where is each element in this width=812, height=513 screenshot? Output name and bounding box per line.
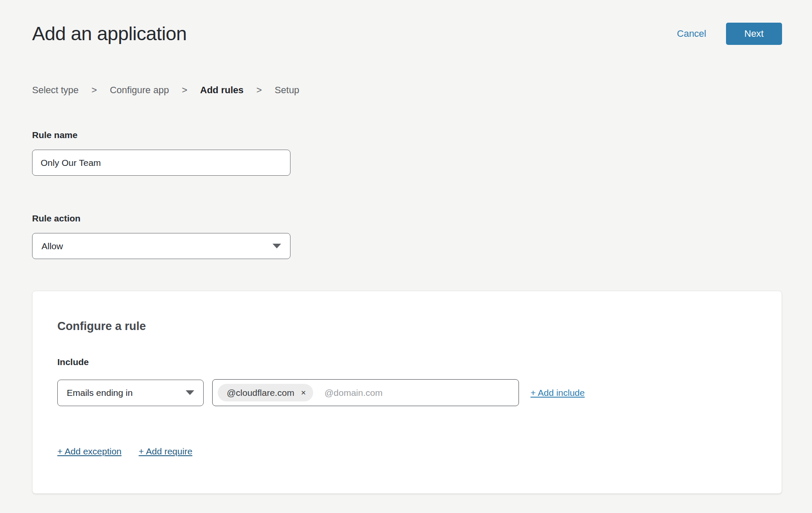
add-application-page: Add an application Cancel Next Select ty…: [0, 0, 812, 494]
page-title: Add an application: [32, 23, 187, 45]
breadcrumb-separator: >: [182, 85, 187, 96]
include-selector-select[interactable]: Emails ending in: [57, 380, 204, 406]
add-require-link[interactable]: + Add require: [139, 446, 193, 457]
header-actions: Cancel Next: [677, 23, 782, 45]
page-header: Add an application Cancel Next: [32, 23, 782, 45]
breadcrumb-step-select-type[interactable]: Select type: [32, 85, 79, 96]
rule-name-label: Rule name: [32, 130, 782, 140]
email-domain-tag-label: @cloudflare.com: [227, 388, 294, 398]
rule-action-selected-value: Allow: [41, 241, 63, 251]
configure-rule-card: Configure a rule Include Emails ending i…: [32, 291, 782, 494]
rule-action-label: Rule action: [32, 213, 782, 224]
breadcrumb-step-configure-app[interactable]: Configure app: [110, 85, 169, 96]
cancel-button[interactable]: Cancel: [677, 28, 706, 39]
email-domain-tag: @cloudflare.com ✕: [218, 384, 313, 401]
next-button[interactable]: Next: [726, 23, 782, 45]
add-include-link[interactable]: + Add include: [530, 388, 585, 398]
include-rule-row: Emails ending in @cloudflare.com ✕ + Add…: [57, 379, 756, 406]
card-title: Configure a rule: [57, 320, 756, 333]
rule-name-input[interactable]: [32, 150, 290, 176]
include-selector-value: Emails ending in: [67, 388, 133, 398]
chevron-down-icon: [186, 390, 194, 395]
breadcrumb: Select type > Configure app > Add rules …: [32, 85, 782, 96]
domain-entry-input[interactable]: [323, 387, 513, 398]
breadcrumb-separator: >: [92, 85, 97, 96]
rule-action-select[interactable]: Allow: [32, 233, 290, 259]
breadcrumb-separator: >: [256, 85, 262, 96]
remove-tag-icon[interactable]: ✕: [301, 389, 306, 396]
rule-extra-links: + Add exception + Add require: [57, 446, 756, 457]
breadcrumb-step-setup[interactable]: Setup: [275, 85, 299, 96]
email-domains-tag-input[interactable]: @cloudflare.com ✕: [212, 379, 519, 406]
breadcrumb-step-add-rules[interactable]: Add rules: [200, 85, 243, 96]
chevron-down-icon: [273, 244, 281, 248]
include-label: Include: [57, 357, 756, 367]
add-exception-link[interactable]: + Add exception: [57, 446, 122, 457]
